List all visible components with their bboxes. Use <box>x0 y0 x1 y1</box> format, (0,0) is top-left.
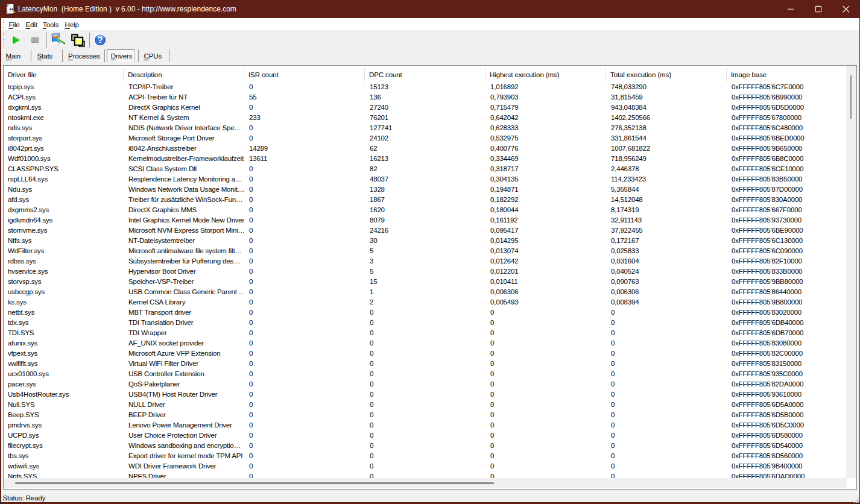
svg-text:?: ? <box>98 34 103 45</box>
